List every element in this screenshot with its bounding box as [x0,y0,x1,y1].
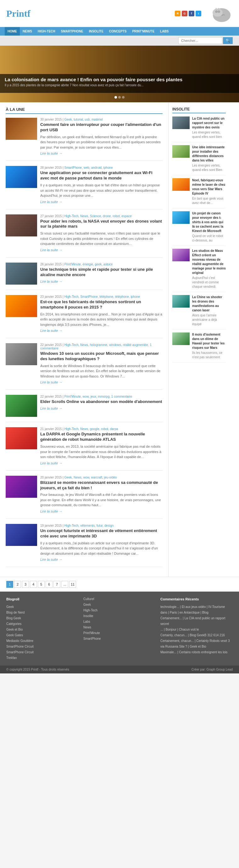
category-link[interactable]: High-Tech [65,214,79,218]
nav-item-smartphone[interactable]: SMARTPHONE [58,27,86,36]
footer-link[interactable]: SmartPhone Circuit [6,650,79,655]
category-link[interactable]: google [90,427,99,431]
sidebar-link[interactable]: La Chine va shooter les drones des manif… [192,295,222,312]
category-link[interactable]: drone [103,214,111,218]
category-link[interactable]: android [91,166,102,169]
category-link[interactable]: Geek [65,118,72,121]
category-link[interactable]: High-Tech [65,524,79,527]
category-link[interactable]: High-Tech [65,295,79,299]
category-link[interactable]: Print'Minute [65,262,81,266]
footer-link[interactable]: Catégories [6,621,79,627]
article-read-more[interactable]: Lire la suite → [40,329,62,333]
site-logo[interactable]: Printf [6,8,31,19]
article-title-link[interactable]: Est-ce que les fabricants de téléphones … [40,300,141,309]
page-button[interactable]: 11 [69,581,76,588]
category-link[interactable]: hologramme [90,343,108,347]
footer-link[interactable]: Geek et Bio [6,627,79,632]
article-title-link[interactable]: Comment faire un interrupteur pour coupe… [40,122,161,132]
category-link[interactable]: iphone [131,295,140,299]
category-link[interactable]: wow [83,395,89,398]
category-link[interactable]: High-Tech [65,427,79,431]
sidebar-link[interactable]: 8 mois d'isolement dans un dôme de Hawai… [192,333,225,349]
category-link[interactable]: robot [112,214,120,218]
footer-link[interactable]: Print'Minute [83,630,156,636]
page-button[interactable]: ... [61,581,68,588]
footer-link[interactable]: High-Tech [83,608,156,613]
category-link[interactable]: mmorpg [98,395,110,398]
page-button[interactable]: 6 [45,581,53,588]
article-title-link[interactable]: Pour aider les robots, la NASA veut envo… [40,219,162,229]
nav-item-insolite[interactable]: INSOLITE [86,27,106,36]
footer-link[interactable]: Trekfan [6,655,79,661]
article-read-more[interactable]: Lire la suite → [40,248,62,252]
footer-link[interactable]: SmartPhone [83,636,156,642]
footer-link[interactable]: News [83,625,156,630]
article-read-more[interactable]: Lire la suite → [40,200,62,204]
article-read-more[interactable]: Lire la suite → [40,380,62,384]
hero-dot-1[interactable] [114,96,117,98]
search-input[interactable] [178,37,222,44]
category-link[interactable]: Geek [65,476,72,479]
footer-link[interactable]: Certainement... | La CIA rend public un … [160,616,233,627]
article-read-more[interactable]: Lire la suite → [40,151,62,155]
category-link[interactable]: téléphone [115,295,129,299]
page-button[interactable]: 5 [38,581,45,588]
category-link[interactable]: usb [85,118,90,121]
category-link[interactable]: vêtements [80,524,95,527]
sidebar-link[interactable]: Noel, fabriquez-vous même le laser de ch… [192,179,226,195]
article-read-more[interactable]: Lire la suite → [40,558,62,561]
sidebar-link[interactable]: La CIA rend public un rapport secret sur… [192,117,225,129]
hero-dot-3[interactable] [122,96,125,98]
footer-link[interactable]: Geek [83,602,156,608]
footer-link[interactable]: Geek Gates [6,632,79,638]
article-read-more[interactable]: Lire la suite → [40,280,62,283]
search-button[interactable]: 🔍 [223,37,233,44]
category-link[interactable]: warcraft [91,476,103,479]
category-link[interactable]: Science [90,214,101,218]
footer-link[interactable]: Labs [83,619,156,625]
nav-item-home[interactable]: HOME [5,27,20,36]
article-title-link[interactable]: Une technique très simple et rapide pour… [40,267,153,277]
category-link[interactable]: News [80,343,88,347]
footer-link[interactable]: Maximale... | Certains robots enfreignen… [160,650,233,655]
article-title-link[interactable]: Un concept futuriste et intéressant de v… [40,528,157,538]
sidebar-link[interactable]: Une idée intéressante pour installer des… [192,146,225,162]
category-link[interactable]: jeu-vidéo [104,476,117,479]
nav-item-printminute[interactable]: PRINT'MINUTE [129,27,157,36]
article-title-link[interactable]: Elder Scrolls Online va abandonner son m… [40,399,162,404]
category-link[interactable]: web [83,166,89,169]
article-read-more[interactable]: Lire la suite → [40,461,62,465]
category-link[interactable]: téléphone [99,295,113,299]
footer-link[interactable]: dans | Paris | en Antarctique | Blog [160,610,233,616]
category-link[interactable]: SmartPhone [65,166,82,169]
category-link[interactable]: windows [109,343,121,347]
article-read-more[interactable]: Lire la suite → [40,406,62,410]
category-link[interactable]: News [80,214,88,218]
facebook-icon[interactable]: f [189,11,194,17]
category-link[interactable]: astuce [103,262,112,266]
category-link[interactable]: geek [95,262,102,266]
category-link[interactable]: robot [101,427,108,431]
footer-link[interactable]: Certainement, chacun... | Certainly Robo… [160,638,233,644]
footer-link[interactable]: ... | Bonjour | Chacun voit le [160,627,233,632]
rss-icon[interactable]: R [175,11,180,17]
category-link[interactable]: High-Tech [65,343,79,347]
hero-dot-2[interactable] [118,96,121,98]
page-button[interactable]: 3 [22,581,29,588]
page-button[interactable]: 7 [54,581,60,588]
footer-link[interactable]: Blog de Nerd [6,610,79,616]
category-link[interactable]: darpa [110,427,118,431]
page-button[interactable]: 4 [30,581,37,588]
footer-link[interactable]: Culturel [83,596,156,602]
category-link[interactable]: wow [83,476,89,479]
category-link[interactable]: futur [97,524,103,527]
article-title-link[interactable]: Une application pour se connecter gratui… [40,170,152,180]
category-link[interactable]: design [104,524,113,527]
article-read-more[interactable]: Lire la suite → [40,509,62,513]
nav-item-concepts[interactable]: CONCEPTS [106,27,130,36]
google-icon[interactable]: G [182,11,187,17]
category-link[interactable]: jeux [91,395,96,398]
footer-link[interactable]: SmartPhone Circuit [6,644,79,650]
category-link[interactable]: matériel [92,118,103,121]
category-link[interactable]: énergie [83,262,93,266]
